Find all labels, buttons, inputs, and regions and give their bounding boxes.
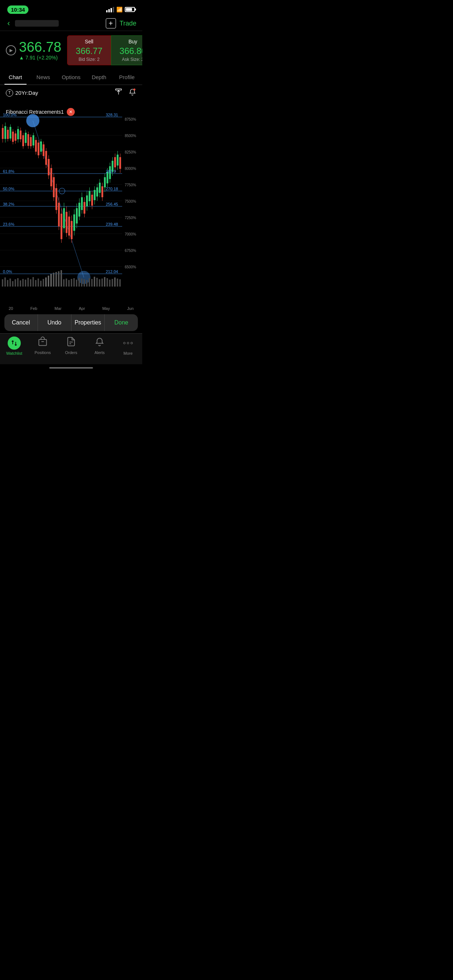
svg-text:6750%: 6750% bbox=[125, 249, 136, 253]
alerts-icon bbox=[94, 337, 105, 349]
svg-text:61.8%: 61.8% bbox=[3, 169, 14, 173]
svg-rect-61 bbox=[101, 278, 103, 286]
svg-rect-53 bbox=[81, 278, 83, 286]
tab-chart[interactable]: Chart bbox=[2, 70, 29, 84]
tab-profile[interactable]: Profile bbox=[113, 70, 141, 84]
alert-icon[interactable] bbox=[128, 88, 136, 98]
home-indicator bbox=[0, 364, 142, 372]
orders-icon bbox=[66, 337, 76, 349]
svg-text:7250%: 7250% bbox=[125, 216, 136, 220]
svg-rect-22 bbox=[2, 279, 3, 286]
svg-text:283.9: 283.9 bbox=[106, 169, 116, 173]
ask-size: Ask Size: 2 bbox=[115, 57, 142, 62]
buy-box[interactable]: Buy 366.80 Ask Size: 2 bbox=[111, 35, 142, 65]
bottom-nav: Watchlist Positions Orders bbox=[0, 333, 142, 364]
svg-point-19 bbox=[26, 114, 39, 127]
svg-rect-55 bbox=[86, 280, 88, 286]
undo-button[interactable]: Undo bbox=[38, 314, 72, 331]
price-left: ▶ 366.78 ▲ 7.91 (+2.20%) bbox=[6, 40, 61, 60]
date-label-feb: Feb bbox=[30, 306, 37, 310]
properties-button[interactable]: Properties bbox=[72, 314, 105, 331]
home-bar bbox=[49, 367, 93, 369]
wifi-icon: 📶 bbox=[116, 6, 123, 13]
more-label: More bbox=[123, 351, 132, 355]
svg-text:256.45: 256.45 bbox=[106, 202, 118, 206]
tab-options[interactable]: Options bbox=[57, 70, 85, 84]
play-button[interactable]: ▶ bbox=[6, 45, 16, 56]
sell-price: 366.77 bbox=[71, 46, 107, 56]
svg-rect-49 bbox=[71, 279, 72, 286]
price-info: 366.78 ▲ 7.91 (+2.20%) bbox=[19, 40, 61, 60]
svg-rect-58 bbox=[94, 277, 95, 286]
alerts-label: Alerts bbox=[94, 350, 105, 355]
svg-text:270.18: 270.18 bbox=[106, 187, 118, 191]
chart-area[interactable]: Fibonacci Retracements1 ✕ bbox=[0, 100, 142, 305]
svg-rect-60 bbox=[99, 279, 100, 286]
bid-ask-section: Sell 366.77 Bid Size: 2 Buy 366.80 Ask S… bbox=[67, 35, 142, 65]
svg-rect-31 bbox=[25, 280, 26, 286]
remove-indicator-button[interactable]: ✕ bbox=[67, 108, 75, 116]
svg-rect-48 bbox=[68, 280, 70, 286]
positions-icon bbox=[38, 337, 48, 349]
svg-rect-67 bbox=[117, 278, 118, 286]
more-icon bbox=[123, 337, 133, 350]
svg-rect-37 bbox=[40, 281, 41, 286]
svg-text:8000%: 8000% bbox=[125, 167, 136, 170]
svg-rect-29 bbox=[20, 280, 21, 286]
buy-label: Buy bbox=[115, 39, 142, 45]
ticker-name bbox=[15, 20, 59, 27]
svg-rect-24 bbox=[7, 280, 8, 286]
svg-text:7000%: 7000% bbox=[125, 232, 136, 236]
svg-rect-185 bbox=[39, 339, 47, 345]
svg-text:23.6%: 23.6% bbox=[3, 222, 14, 226]
nav-orders[interactable]: Orders bbox=[57, 337, 85, 355]
chart-svg: 100.0% 61.8% 50.0% 38.2% 23.6% 0.0% 328.… bbox=[0, 100, 142, 305]
svg-rect-64 bbox=[109, 280, 110, 286]
svg-rect-44 bbox=[58, 271, 59, 286]
nav-more[interactable]: More bbox=[114, 337, 142, 355]
timeframe-selector[interactable]: T 20Yr:Day bbox=[6, 89, 38, 97]
svg-text:50.0%: 50.0% bbox=[3, 187, 14, 191]
cancel-button[interactable]: Cancel bbox=[4, 314, 38, 331]
share-icon[interactable] bbox=[115, 88, 123, 98]
watchlist-icon bbox=[8, 337, 21, 350]
tab-news[interactable]: News bbox=[29, 70, 57, 84]
date-axis: 20 Feb Mar Apr May Jun bbox=[0, 305, 142, 312]
svg-rect-32 bbox=[27, 278, 29, 286]
svg-rect-50 bbox=[73, 278, 75, 286]
svg-rect-46 bbox=[63, 279, 65, 286]
svg-text:328.31: 328.31 bbox=[106, 113, 118, 117]
price-section: ▶ 366.78 ▲ 7.91 (+2.20%) Sell 366.77 Bid… bbox=[0, 31, 142, 70]
svg-rect-66 bbox=[114, 277, 116, 286]
svg-text:7500%: 7500% bbox=[125, 199, 136, 204]
svg-text:0.0%: 0.0% bbox=[3, 269, 12, 274]
svg-rect-30 bbox=[22, 279, 24, 286]
bid-size: Bid Size: 2 bbox=[71, 57, 107, 62]
trade-button[interactable]: Trade bbox=[120, 20, 136, 27]
svg-rect-52 bbox=[78, 278, 80, 286]
status-time: 10:34 bbox=[7, 5, 29, 14]
nav-alerts[interactable]: Alerts bbox=[85, 337, 114, 355]
svg-rect-40 bbox=[48, 275, 49, 286]
chart-toolbar: T 20Yr:Day bbox=[0, 85, 142, 100]
done-button[interactable]: Done bbox=[105, 314, 138, 331]
back-button[interactable]: ‹ bbox=[6, 19, 11, 28]
nav-positions[interactable]: Positions bbox=[29, 337, 57, 355]
svg-rect-63 bbox=[107, 278, 108, 286]
add-to-watchlist-button[interactable]: + bbox=[106, 18, 116, 29]
chart-toolbar-icons bbox=[115, 88, 136, 98]
tab-depth[interactable]: Depth bbox=[85, 70, 113, 84]
nav-watchlist[interactable]: Watchlist bbox=[0, 337, 29, 355]
fibonacci-indicator-label: Fibonacci Retracements1 ✕ bbox=[6, 108, 75, 116]
svg-rect-62 bbox=[104, 277, 105, 286]
sell-label: Sell bbox=[71, 39, 107, 45]
svg-rect-43 bbox=[56, 272, 57, 286]
action-toolbar: Cancel Undo Properties Done bbox=[4, 314, 138, 331]
positions-label: Positions bbox=[35, 350, 51, 355]
svg-text:6500%: 6500% bbox=[125, 265, 136, 269]
svg-rect-33 bbox=[30, 279, 31, 286]
tab-bar: Chart News Options Depth Profile bbox=[0, 70, 142, 85]
svg-rect-0 bbox=[116, 89, 122, 91]
sell-box[interactable]: Sell 366.77 Bid Size: 2 bbox=[67, 35, 111, 65]
svg-rect-26 bbox=[12, 281, 13, 286]
